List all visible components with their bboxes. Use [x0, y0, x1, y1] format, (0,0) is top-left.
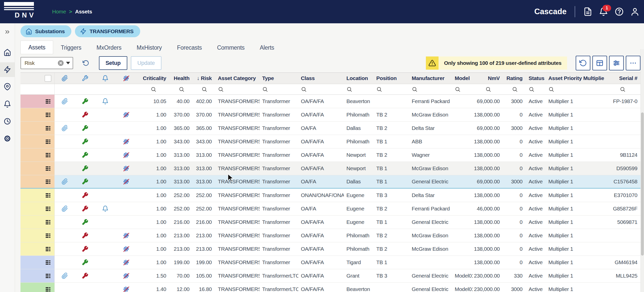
search-icon[interactable] — [529, 86, 534, 92]
tab-triggers[interactable]: Triggers — [53, 41, 89, 54]
chevron-down-icon[interactable] — [66, 62, 70, 64]
filter-status[interactable] — [526, 84, 546, 94]
col-header-manufacturer[interactable]: Manufacturer — [409, 73, 452, 84]
table-row[interactable]: 1.4012.0016.80TRANSFORMERSTransformerLTC… — [20, 283, 641, 292]
row-handle-icon[interactable] — [45, 178, 51, 185]
clear-icon[interactable] — [57, 60, 64, 66]
filter-rating[interactable] — [503, 84, 526, 94]
filter-risk[interactable] — [193, 84, 215, 94]
col-header-multiplier[interactable]: Asset Priority Multiplier — [546, 73, 604, 84]
tab-forecasts[interactable]: Forecasts — [169, 41, 209, 54]
sidebar-item-locations[interactable] — [0, 80, 15, 94]
row-handle-icon[interactable] — [45, 98, 51, 105]
row-handle-icon[interactable] — [45, 192, 51, 199]
chip-transformers[interactable]: TRANSFORMERS — [75, 25, 140, 37]
filter-class[interactable] — [298, 84, 344, 94]
help-icon[interactable] — [615, 7, 624, 16]
search-icon[interactable] — [455, 86, 461, 92]
search-icon[interactable] — [151, 86, 156, 92]
search-icon[interactable] — [179, 86, 184, 92]
table-row[interactable]: 1.00252.00252.00TRANSFORMERSTransformerO… — [20, 189, 641, 202]
chip-substations[interactable]: Substations — [20, 25, 71, 37]
col-header-monitor[interactable] — [115, 73, 137, 84]
col-header-nmv[interactable]: NmV — [473, 73, 503, 84]
col-header-model[interactable]: Model — [452, 73, 473, 84]
filter-health[interactable] — [170, 84, 193, 94]
col-header-location[interactable]: Location — [344, 73, 374, 84]
col-header-risk[interactable]: ↓Risk — [193, 73, 215, 84]
col-header-type[interactable]: Type — [260, 73, 298, 84]
update-button[interactable]: Update — [131, 56, 161, 70]
col-header-status[interactable]: Status — [526, 73, 546, 84]
table-row[interactable]: 1.00370.00370.00TRANSFORMERSTransformerO… — [20, 108, 641, 122]
row-handle-icon[interactable] — [45, 165, 51, 172]
row-handle-icon[interactable] — [45, 259, 51, 266]
reset-view-icon[interactable] — [82, 59, 90, 67]
row-handle-icon[interactable] — [45, 232, 51, 239]
row-handle-icon[interactable] — [45, 152, 51, 159]
table-row[interactable]: 1.00313.00313.00TRANSFORMERSTransformerO… — [20, 162, 641, 175]
table-row[interactable]: 1.00313.00313.00TRANSFORMERSTransformerO… — [20, 148, 641, 162]
tab-assets[interactable]: Assets — [20, 41, 53, 54]
view-select-dropdown[interactable]: Risk — [20, 57, 73, 69]
tab-mxhistory[interactable]: MxHistory — [129, 41, 170, 54]
filter-model[interactable] — [452, 84, 473, 94]
row-handle-icon[interactable] — [45, 125, 51, 132]
sidebar-item-assets[interactable] — [0, 62, 15, 77]
table-row[interactable]: 10.0540.00402.00TRANSFORMERSTransformerO… — [20, 95, 641, 108]
table-row[interactable]: 1.00213.00213.00TRANSFORMERSTransformerO… — [20, 229, 641, 242]
table-row[interactable]: 1.00199.00199.00TRANSFORMERSTransformerO… — [20, 256, 641, 269]
user-profile-icon[interactable] — [630, 7, 639, 16]
table-row[interactable]: 1.00313.00313.00TRANSFORMERSTransformerO… — [20, 175, 641, 189]
tab-mxorders[interactable]: MxOrders — [89, 41, 129, 54]
table-row[interactable]: 1.00213.00213.00TRANSFORMERSTransformerO… — [20, 242, 641, 256]
row-handle-icon[interactable] — [45, 219, 51, 226]
tab-comments[interactable]: Comments — [210, 41, 252, 54]
sidebar-expand-button[interactable] — [0, 26, 15, 37]
tab-alerts[interactable]: Alerts — [252, 41, 282, 54]
filter-category[interactable] — [215, 84, 260, 94]
filter-position[interactable] — [374, 84, 409, 94]
table-row[interactable]: 1.00216.00216.00TRANSFORMERSTransformerO… — [20, 216, 641, 229]
table-row[interactable]: 1.00343.00343.00TRANSFORMERSTransformerO… — [20, 135, 641, 148]
col-header-maintenance[interactable] — [75, 73, 95, 84]
row-handle-icon[interactable] — [45, 205, 51, 212]
filter-multiplier[interactable] — [546, 84, 604, 94]
filter-serial[interactable] — [604, 84, 641, 94]
table-row[interactable]: 1.00365.00365.00TRANSFORMERSTransformerO… — [20, 122, 641, 135]
refresh-grid-button[interactable] — [576, 56, 590, 70]
search-icon[interactable] — [412, 86, 418, 92]
col-header-class[interactable]: Class — [298, 73, 344, 84]
row-handle-icon[interactable] — [45, 138, 51, 145]
col-header-rating[interactable]: Rating — [503, 73, 526, 84]
table-row[interactable]: 1.00252.00252.00TRANSFORMERSTransformerO… — [20, 202, 641, 216]
row-handle-icon[interactable] — [45, 272, 51, 279]
row-handle-icon[interactable] — [45, 286, 51, 292]
search-icon[interactable] — [376, 86, 382, 92]
filter-manufacturer[interactable] — [409, 84, 452, 94]
search-icon[interactable] — [346, 86, 352, 92]
column-layout-button[interactable] — [592, 56, 607, 70]
search-icon[interactable] — [201, 86, 207, 92]
col-header-alarm[interactable] — [95, 73, 115, 84]
more-options-button[interactable] — [626, 56, 640, 70]
col-header-health[interactable]: Health — [170, 73, 193, 84]
sidebar-item-history[interactable] — [0, 114, 15, 129]
col-header-serial[interactable]: Serial # — [604, 73, 641, 84]
scrollbar-thumb[interactable] — [641, 112, 644, 256]
documents-icon[interactable] — [583, 7, 592, 16]
search-icon[interactable] — [485, 86, 491, 92]
col-header-position[interactable]: Position — [374, 73, 409, 84]
search-icon[interactable] — [548, 86, 554, 92]
sidebar-item-settings[interactable] — [0, 131, 15, 146]
search-icon[interactable] — [218, 86, 224, 92]
col-header-criticality[interactable]: Criticality — [137, 73, 170, 84]
select-all-checkbox[interactable] — [45, 75, 51, 82]
setup-button[interactable]: Setup — [99, 56, 127, 70]
vertical-scrollbar[interactable] — [640, 49, 644, 292]
col-header-category[interactable]: Asset Category — [215, 73, 260, 84]
search-icon[interactable] — [262, 86, 268, 92]
filter-nmv[interactable] — [473, 84, 503, 94]
row-handle-icon[interactable] — [45, 111, 51, 118]
filter-type[interactable] — [260, 84, 298, 94]
